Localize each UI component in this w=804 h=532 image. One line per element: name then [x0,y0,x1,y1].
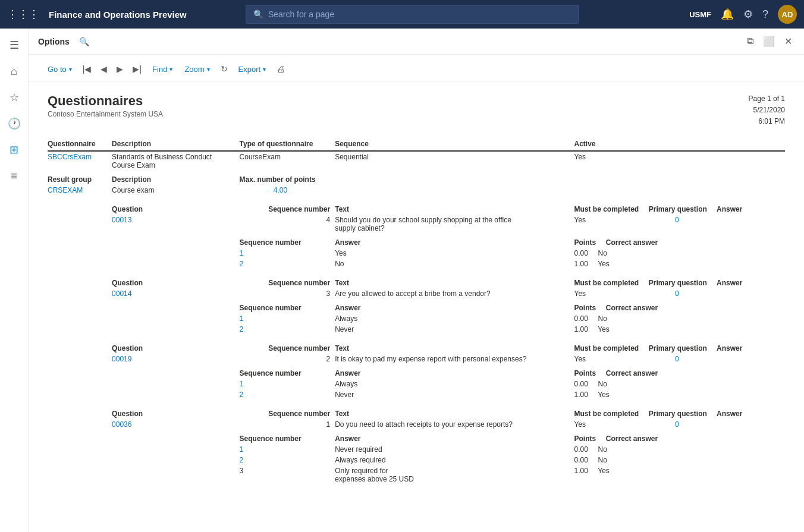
qid-00013: 00013 [112,215,240,234]
col-sequence: Sequence [335,137,574,151]
answer-row-00014-2: 2 Never 1.00 Yes [48,324,785,335]
ans-val-00013-1: Yes [335,248,574,259]
col-type: Type of questionnaire [240,137,335,151]
a-col-answer: Answer [335,234,574,248]
a-col-answer-36: Answer [335,430,574,444]
find-button[interactable]: Find ▾ [147,62,177,76]
q-text-00014: Are you allowed to accept a bribe from a… [335,288,574,299]
next-page-button[interactable]: ▶ [113,62,127,76]
answer-row-00019-1: 1 Always 0.00 No [48,379,785,389]
content-area: Go to ▾ |◀ ◀ ▶ ▶| Find ▾ Zoom ▾ ↻ Export… [29,55,804,532]
zoom-button[interactable]: Zoom ▾ [180,62,214,76]
col-questionnaire: Questionnaire [48,137,112,151]
avatar[interactable]: AD [778,5,797,24]
goto-chevron: ▾ [69,66,72,73]
main-area: Options 🔍 ⧉ ⬜ ✕ Go to ▾ |◀ ◀ ▶ ▶| Find ▾… [29,29,804,532]
report-header: Questionnaires Contoso Entertainment Sys… [48,93,785,128]
answer-row-00013-2: 2 No 1.00 Yes [48,259,785,269]
goto-label: Go to [48,65,67,74]
question-row-00014: 00014 3 Are you allowed to accept a brib… [48,288,785,299]
toggle-panel-icon[interactable]: ⧉ [745,33,756,49]
rg-desc: Course exam [112,185,240,196]
q-description: Standards of Business ConductCourse Exam [112,151,240,171]
answer-row-00036-3: 3 Only required forexpenses above 25 USD… [48,465,785,484]
report-title-block: Questionnaires Contoso Entertainment Sys… [48,93,163,118]
goto-button[interactable]: Go to ▾ [43,62,77,76]
question-header-00036: Question Sequence number Text Must be co… [48,405,785,419]
sidebar-modules[interactable]: ≡ [2,164,26,188]
report-title: Questionnaires [48,93,163,109]
grid-icon[interactable]: ⋮⋮⋮ [7,8,39,21]
question-header-00019: Question Sequence number Text Must be co… [48,339,785,354]
qid-00019: 00019 [112,354,240,364]
help-icon[interactable]: ? [762,8,768,21]
answer-row-00013-1: 1 Yes 0.00 No [48,248,785,259]
export-button[interactable]: Export ▾ [234,62,271,76]
search-input[interactable] [268,10,571,19]
rg-id: CRSEXAM [48,185,112,196]
rg-col-max: Max. number of points [240,171,785,185]
ans-val-00019-1: Always [335,379,574,389]
result-group-header-row: Result group Description Max. number of … [48,171,785,185]
answer-row-00036-1: 1 Never required 0.00 No [48,444,785,455]
notifications-icon[interactable]: 🔔 [721,8,734,21]
answer-header-00019: Sequence number Answer Points Correct an… [48,364,785,379]
q-col-text: Text [335,200,574,215]
a-col-pts-correct: Points Correct answer [574,234,785,248]
ans-seq-00036-2: 2 [240,455,335,465]
rg-col-group: Result group [48,171,112,185]
q-col-question-19: Question [112,339,240,354]
ans-seq-00036-1: 1 [240,444,335,455]
report-subtitle: Contoso Entertainment System USA [48,110,163,118]
ans-val-00019-2: Never [335,389,574,400]
report-meta: Page 1 of 1 5/21/2020 6:01 PM [749,93,785,128]
company-label: USMF [689,10,711,19]
first-page-button[interactable]: |◀ [79,62,95,76]
sidebar-recent[interactable]: 🕐 [2,112,26,136]
q-seqnum-00014: 3 [240,288,335,299]
ans-seq-00013-1: 1 [240,248,335,259]
q-seqnum-00036: 1 [240,419,335,430]
sidebar: ☰ ⌂ ☆ 🕐 ⊞ ≡ [0,29,29,532]
q-text-00036: Do you need to attach receipts to your e… [335,419,574,430]
ans-val-00013-2: No [335,259,574,269]
result-group-row: CRSEXAM Course exam 4.00 [48,185,785,196]
answer-row-00014-1: 1 Always 0.00 No [48,313,785,324]
q-sequence: Sequential [335,151,574,171]
export-label: Export [238,65,261,74]
rg-col-desc: Description [112,171,240,185]
q-col-seqnum: Sequence number [240,200,335,215]
ans-val-00014-2: Never [335,324,574,335]
ans-seq-00014-1: 1 [240,313,335,324]
find-label: Find [152,65,167,74]
export-chevron: ▾ [263,66,266,73]
answer-header-00014: Sequence number Answer Points Correct an… [48,299,785,313]
refresh-button[interactable]: ↻ [217,62,231,76]
ans-val-00036-3: Only required forexpenses above 25 USD [335,465,574,484]
report-area: Questionnaires Contoso Entertainment Sys… [29,81,804,496]
a-col-answer-14: Answer [335,299,574,313]
options-search-icon[interactable]: 🔍 [79,37,89,46]
qid-00036: 00036 [112,419,240,430]
sidebar-home[interactable]: ⌂ [2,59,26,83]
q-col-question-36: Question [112,405,240,419]
close-icon[interactable]: ✕ [782,33,794,49]
sidebar-hamburger[interactable]: ☰ [2,33,26,57]
last-page-button[interactable]: ▶| [129,62,145,76]
q-col-text-36: Text [335,405,574,419]
sidebar-favorites[interactable]: ☆ [2,86,26,109]
settings-icon[interactable]: ⚙ [743,8,753,21]
ans-seq-00019-1: 1 [240,379,335,389]
print-button[interactable]: 🖨 [273,62,288,76]
a-col-pts-correct-36: Points Correct answer [574,430,785,444]
sidebar-workspaces[interactable]: ⊞ [2,138,26,162]
question-header-00014: Question Sequence number Text Must be co… [48,274,785,288]
q-col-question-14: Question [112,274,240,288]
open-new-window-icon[interactable]: ⬜ [761,33,777,49]
question-header-00013: Question Sequence number Text Must be co… [48,200,785,215]
report-date: 5/21/2020 [749,105,785,116]
prev-page-button[interactable]: ◀ [97,62,111,76]
q-id: SBCCrsExam [48,151,112,171]
search-bar[interactable]: 🔍 [246,5,579,24]
a-col-answer-19: Answer [335,364,574,379]
